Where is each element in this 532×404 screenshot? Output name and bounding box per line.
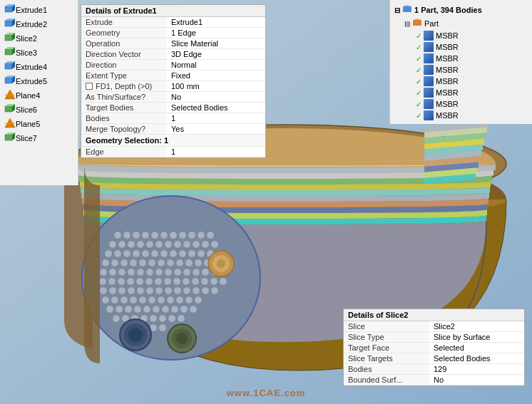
tree-item-1[interactable]: ✓MSBR xyxy=(390,41,532,53)
svg-point-12 xyxy=(179,232,186,239)
svg-point-6 xyxy=(123,232,131,239)
svg-point-124 xyxy=(178,315,185,322)
table-row: Target FaceSelected xyxy=(344,343,524,353)
svg-point-110 xyxy=(134,306,141,313)
expand-icon[interactable]: ⊟ xyxy=(404,20,410,28)
svg-point-107 xyxy=(106,306,113,313)
svg-point-98 xyxy=(121,296,128,304)
svg-point-24 xyxy=(183,241,190,248)
svg-point-46 xyxy=(148,259,155,266)
svg-point-41 xyxy=(102,259,109,266)
svg-point-17 xyxy=(118,241,126,248)
table-row: As Thin/Surface?No xyxy=(81,92,265,103)
tree-icon xyxy=(402,4,412,16)
svg-point-93 xyxy=(193,287,200,294)
sidebar-item-plane4[interactable]: Plane4 xyxy=(0,88,78,103)
tree-item-5[interactable]: ✓MSBR xyxy=(390,87,532,98)
sidebar: Extrude1Extrude2Slice2Slice3Extrude4Extr… xyxy=(0,0,78,185)
sidebar-item-slice6[interactable]: Slice6 xyxy=(0,103,78,117)
tree-item-2[interactable]: ✓MSBR xyxy=(390,53,532,64)
svg-point-79 xyxy=(192,278,199,285)
slice-icon xyxy=(4,132,16,145)
row-label: Direction Vector xyxy=(81,49,167,60)
svg-point-116 xyxy=(190,306,197,313)
svg-point-5 xyxy=(114,232,121,239)
row-value: 3D Edge xyxy=(167,49,265,60)
body-label: MSBR xyxy=(436,66,459,74)
sidebar-item-slice3[interactable]: Slice3 xyxy=(0,46,78,60)
body-label: MSBR xyxy=(436,31,459,40)
svg-point-42 xyxy=(111,259,118,266)
table-row: Merge Topology?Yes xyxy=(81,124,265,135)
check-icon: ✓ xyxy=(416,89,421,97)
sidebar-item-label: Extrude4 xyxy=(16,63,47,71)
expand-icon[interactable]: ⊟ xyxy=(394,6,400,14)
tree-item-6[interactable]: ✓MSBR xyxy=(390,98,532,110)
svg-point-84 xyxy=(109,287,116,294)
svg-point-97 xyxy=(111,296,118,304)
sidebar-item-extrude2[interactable]: Extrude2 xyxy=(0,17,78,31)
svg-point-112 xyxy=(153,306,160,313)
svg-point-28 xyxy=(105,250,112,257)
check-icon: ✓ xyxy=(416,78,421,86)
sidebar-item-extrude4[interactable]: Extrude4 xyxy=(0,60,78,74)
slice-icon xyxy=(4,103,16,116)
table-row: SliceSlice2 xyxy=(344,321,524,332)
body-label: MSBR xyxy=(436,77,459,86)
sidebar-item-label: Extrude1 xyxy=(16,6,47,14)
svg-point-23 xyxy=(174,241,181,248)
svg-point-77 xyxy=(173,278,180,285)
svg-point-96 xyxy=(102,296,109,304)
row-label: Operation xyxy=(81,38,167,49)
sidebar-item-label: Slice7 xyxy=(16,134,37,143)
checkbox[interactable] xyxy=(86,83,93,90)
svg-point-73 xyxy=(136,278,143,285)
row-label: Slice Type xyxy=(344,332,429,343)
row-value: Selected Bodies xyxy=(167,103,265,113)
tree-item-part[interactable]: ⊟Part xyxy=(390,17,532,30)
row-value: 1 Edge xyxy=(167,28,265,38)
sidebar-item-slice7[interactable]: Slice7 xyxy=(0,131,78,145)
svg-point-111 xyxy=(143,306,150,313)
sidebar-item-plane5[interactable]: Plane5 xyxy=(0,117,78,131)
row-label: Target Face xyxy=(344,343,429,353)
svg-point-105 xyxy=(185,296,193,304)
row-value: No xyxy=(167,92,265,103)
plane-icon xyxy=(4,118,16,130)
svg-rect-170 xyxy=(5,106,12,112)
row-label: Slice xyxy=(344,321,429,332)
tree-item-7[interactable]: ✓MSBR xyxy=(390,110,532,121)
body-icon xyxy=(424,76,434,86)
svg-point-45 xyxy=(139,259,146,266)
sidebar-item-extrude5[interactable]: Extrude5 xyxy=(0,74,78,88)
table-row: Extent TypeFixed xyxy=(81,71,265,81)
svg-point-117 xyxy=(113,315,120,322)
extrude-icon xyxy=(4,75,16,88)
row-value: 1 xyxy=(167,147,265,157)
sidebar-item-slice2[interactable]: Slice2 xyxy=(0,31,78,46)
details-top-title: Details of Extrude1 xyxy=(81,5,265,17)
svg-point-72 xyxy=(127,278,134,285)
tree-item-0[interactable]: ✓MSBR xyxy=(390,30,532,41)
row-value: Selected Bodies xyxy=(429,353,524,364)
svg-point-113 xyxy=(162,306,169,313)
body-icon xyxy=(424,53,434,63)
svg-point-47 xyxy=(158,259,165,266)
row-label: Edge xyxy=(81,147,167,157)
svg-point-109 xyxy=(125,306,132,313)
svg-point-101 xyxy=(148,296,155,304)
svg-point-82 xyxy=(220,278,227,285)
svg-point-63 xyxy=(174,269,181,276)
svg-point-81 xyxy=(210,278,218,285)
tree-item-3[interactable]: ✓MSBR xyxy=(390,64,532,76)
sidebar-item-extrude1[interactable]: Extrude1 xyxy=(0,3,78,17)
row-label: Direction xyxy=(81,60,167,71)
slice-icon xyxy=(4,32,16,45)
part-icon xyxy=(412,18,422,29)
svg-point-35 xyxy=(170,250,177,257)
svg-point-62 xyxy=(165,269,172,276)
tree-item-4[interactable]: ✓MSBR xyxy=(390,76,532,87)
table-row: Slice TargetsSelected Bodies xyxy=(344,353,524,364)
svg-rect-179 xyxy=(403,6,411,12)
table-row: Edge1 xyxy=(81,147,265,157)
